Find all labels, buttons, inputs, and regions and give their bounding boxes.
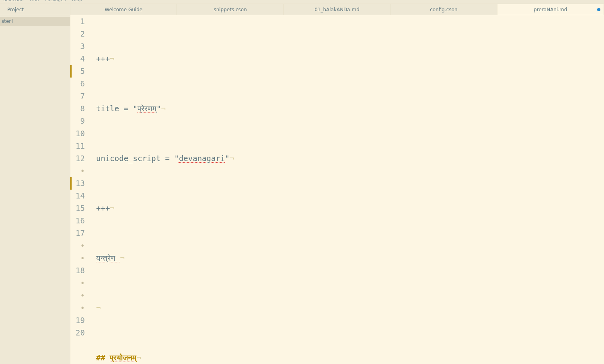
project-tree[interactable]: ster] bbox=[0, 15, 70, 364]
line-number[interactable]: 18 bbox=[70, 264, 85, 277]
editor[interactable]: 123456789101112•1314151617••18•••1920 ++… bbox=[70, 15, 604, 364]
tab-config[interactable]: config.cson bbox=[390, 4, 497, 15]
tab-balakanda[interactable]: 01_bAlakANDa.md bbox=[284, 4, 390, 15]
sidebar-header: Project bbox=[0, 4, 70, 15]
line-number[interactable]: 2 bbox=[70, 28, 85, 40]
tab-row: Project Welcome Guide snippets.cson 01_b… bbox=[0, 4, 604, 15]
menu-bar[interactable]: Selection Find Packages Help bbox=[0, 0, 604, 4]
line-number[interactable]: 10 bbox=[70, 127, 85, 140]
tree-root-item[interactable]: ster] bbox=[0, 17, 70, 26]
code-line[interactable]: ¬ bbox=[96, 302, 604, 314]
line-number[interactable]: 19 bbox=[70, 314, 85, 327]
line-number[interactable]: • bbox=[70, 277, 85, 289]
line-number[interactable]: 5 bbox=[70, 65, 85, 78]
menu-help[interactable]: Help bbox=[72, 0, 82, 2]
tab-label: preraNAni.md bbox=[534, 7, 567, 12]
code-line[interactable]: title = "प्रेरणम्"¬ bbox=[96, 102, 604, 115]
line-number[interactable]: 1 bbox=[70, 15, 85, 28]
line-number[interactable]: • bbox=[70, 252, 85, 264]
line-number[interactable]: • bbox=[70, 289, 85, 302]
line-number-gutter[interactable]: 123456789101112•1314151617••18•••1920 bbox=[70, 15, 90, 364]
menu-selection[interactable]: Selection bbox=[3, 0, 24, 2]
line-number[interactable]: 11 bbox=[70, 140, 85, 152]
line-number[interactable]: 15 bbox=[70, 202, 85, 215]
workspace: ster] 123456789101112•1314151617••18•••1… bbox=[0, 15, 604, 364]
line-number[interactable]: 16 bbox=[70, 215, 85, 227]
line-number[interactable]: • bbox=[70, 239, 85, 252]
line-number[interactable]: 7 bbox=[70, 90, 85, 102]
code-line[interactable]: +++¬ bbox=[96, 53, 604, 65]
code-area[interactable]: +++¬ title = "प्रेरणम्"¬ unicode_script … bbox=[90, 15, 604, 364]
tab-welcome-guide[interactable]: Welcome Guide bbox=[70, 4, 177, 15]
line-number[interactable]: 17 bbox=[70, 227, 85, 239]
code-line[interactable]: यन्त्रेण ¬ bbox=[96, 252, 604, 264]
tab-label: config.cson bbox=[430, 7, 457, 12]
git-modified-icon bbox=[70, 177, 72, 190]
line-number[interactable]: 8 bbox=[70, 102, 85, 115]
tab-label: Welcome Guide bbox=[105, 7, 142, 12]
line-number[interactable]: 9 bbox=[70, 115, 85, 127]
line-number[interactable]: 4 bbox=[70, 53, 85, 65]
line-number[interactable]: 12 bbox=[70, 152, 85, 165]
tab-snippets[interactable]: snippets.cson bbox=[177, 4, 284, 15]
git-modified-icon bbox=[70, 65, 72, 78]
code-line[interactable]: +++¬ bbox=[96, 202, 604, 215]
line-number[interactable]: 14 bbox=[70, 190, 85, 202]
dirty-indicator-icon bbox=[597, 8, 600, 11]
line-number[interactable]: • bbox=[70, 302, 85, 314]
code-line[interactable]: unicode_script = "devanagari"¬ bbox=[96, 152, 604, 165]
tab-preranani[interactable]: preraNAni.md bbox=[497, 4, 604, 15]
tab-label: 01_bAlakANDa.md bbox=[314, 7, 360, 12]
menu-packages[interactable]: Packages bbox=[45, 0, 66, 2]
line-number[interactable]: 3 bbox=[70, 40, 85, 53]
line-number[interactable]: 6 bbox=[70, 78, 85, 90]
code-line[interactable]: ## प्रयोजनम्¬ bbox=[96, 352, 604, 364]
menu-find[interactable]: Find bbox=[30, 0, 39, 2]
line-number[interactable]: • bbox=[70, 165, 85, 177]
line-number[interactable]: 20 bbox=[70, 327, 85, 339]
line-number[interactable]: 13 bbox=[70, 177, 85, 190]
tabs: Welcome Guide snippets.cson 01_bAlakANDa… bbox=[70, 4, 604, 15]
tab-label: snippets.cson bbox=[214, 7, 247, 12]
